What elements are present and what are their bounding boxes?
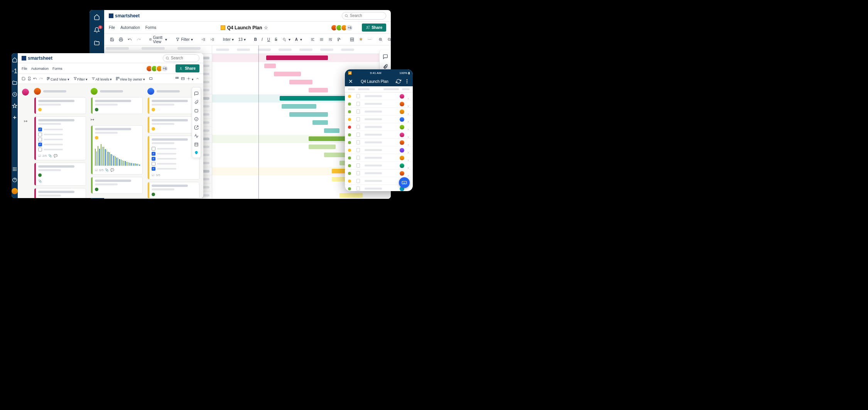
list-item[interactable] [345, 116, 413, 123]
card-item[interactable]: ✓ ✓ ☑2/5📎💬 [34, 116, 86, 160]
italic-icon[interactable]: I [260, 37, 264, 42]
apps-icon[interactable] [12, 166, 17, 172]
gantt-bar[interactable] [309, 88, 328, 92]
search-input[interactable] [342, 12, 386, 20]
keyboard-fab[interactable] [399, 177, 410, 188]
expand-icon[interactable]: ↦ [91, 117, 143, 122]
format-icon[interactable] [336, 37, 343, 42]
indent-icon[interactable] [209, 37, 216, 42]
filter-button[interactable]: Filter ▾ [73, 77, 88, 81]
summary-icon[interactable] [194, 141, 199, 146]
filter-button[interactable]: Filter ▾ [174, 37, 194, 42]
search-input[interactable] [163, 54, 199, 62]
gantt-bar[interactable] [266, 55, 328, 60]
close-icon[interactable] [348, 79, 353, 84]
mobile-rows[interactable] [345, 92, 413, 191]
checkbox[interactable] [38, 148, 42, 151]
zoom-in-icon[interactable] [377, 37, 384, 42]
card-item[interactable] [34, 188, 86, 198]
gantt-bar[interactable] [264, 64, 276, 68]
redo-icon[interactable] [135, 37, 142, 42]
collaborator-avatars[interactable]: +6 [333, 24, 353, 31]
more-icon[interactable]: ⋯ [366, 37, 373, 42]
more-avatars[interactable]: +6 [346, 24, 353, 31]
star-icon[interactable] [12, 103, 17, 109]
print-icon[interactable] [118, 37, 124, 42]
activity-icon[interactable] [194, 133, 199, 138]
publish-icon[interactable] [194, 124, 199, 129]
align-vertical-icon[interactable] [318, 37, 325, 42]
strike-icon[interactable]: S [274, 37, 279, 42]
gantt-bar[interactable] [324, 128, 339, 133]
card-item[interactable] [34, 97, 86, 114]
text-color-icon[interactable]: A ▾ [294, 37, 303, 42]
card-item[interactable] [91, 97, 143, 114]
viewby-select[interactable]: View by owner ▾ [116, 77, 145, 81]
wrap-icon[interactable] [327, 37, 334, 42]
borders-icon[interactable] [349, 37, 355, 42]
gantt-bar[interactable] [274, 72, 301, 76]
checkbox[interactable] [38, 138, 42, 141]
checkbox[interactable]: ✓ [152, 167, 155, 171]
undo-icon[interactable] [127, 37, 133, 42]
folder-icon[interactable] [94, 40, 100, 46]
folder-icon[interactable] [12, 80, 17, 86]
list-item[interactable] [345, 154, 413, 162]
menu-file[interactable]: File [22, 67, 27, 71]
card-item[interactable]: ☑0/5📎💬 [91, 125, 143, 175]
zoom-out-icon[interactable] [386, 37, 391, 42]
font-family-select[interactable]: Inter ▾ [222, 37, 235, 42]
tip-icon[interactable] [194, 150, 199, 155]
requests-icon[interactable] [194, 116, 199, 121]
gear-icon[interactable]: ▾ [187, 77, 194, 81]
bell-icon[interactable]: 3 [94, 27, 100, 33]
fields-icon[interactable] [181, 77, 185, 81]
card-item[interactable] [91, 177, 143, 194]
view-switcher[interactable]: Card View ▾ [47, 77, 69, 81]
card-item[interactable]: 📎 [34, 163, 86, 186]
highlight-icon[interactable] [358, 37, 364, 42]
bold-icon[interactable]: B [253, 37, 258, 42]
checkbox[interactable] [38, 133, 42, 136]
list-item[interactable] [345, 170, 413, 177]
levels-select[interactable]: All levels ▾ [91, 77, 112, 81]
checkbox[interactable] [152, 162, 155, 166]
home-icon[interactable] [94, 14, 100, 20]
save-icon[interactable] [109, 37, 115, 42]
underline-icon[interactable]: U [266, 37, 271, 42]
print-icon[interactable] [27, 77, 31, 81]
gantt-bar[interactable] [309, 145, 336, 149]
redo-icon[interactable] [39, 77, 43, 81]
card-lanes[interactable]: ↦ ✓ ✓ ☑2/5📎💬 📎 [18, 84, 203, 198]
expand-icon[interactable]: ↦ [24, 119, 27, 124]
undo-icon[interactable] [33, 77, 37, 81]
proofs-icon[interactable] [194, 108, 199, 112]
gantt-bar[interactable] [339, 193, 363, 198]
compact-icon[interactable] [149, 77, 153, 81]
plus-icon[interactable] [12, 115, 17, 120]
share-button[interactable]: Share [176, 64, 199, 72]
align-left-icon[interactable] [309, 37, 316, 42]
comments-icon[interactable] [383, 54, 388, 59]
clock-icon[interactable] [12, 92, 17, 97]
list-item[interactable] [345, 92, 413, 100]
gantt-bar[interactable] [282, 104, 316, 109]
list-item[interactable] [345, 108, 413, 116]
refresh-icon[interactable] [396, 79, 401, 84]
share-button[interactable]: Share [362, 24, 386, 32]
gantt-bar[interactable] [289, 80, 312, 84]
attachments-icon[interactable] [194, 99, 199, 104]
font-size-select[interactable]: 13 ▾ [237, 37, 247, 42]
home-icon[interactable] [12, 57, 17, 62]
outdent-icon[interactable] [200, 37, 207, 42]
collapse-icon[interactable] [196, 77, 199, 81]
menu-forms[interactable]: Forms [145, 25, 156, 30]
comments-icon[interactable] [194, 91, 199, 95]
user-avatar[interactable] [12, 188, 18, 194]
checkbox[interactable]: ✓ [38, 143, 42, 146]
card-layout-icon[interactable] [175, 77, 179, 81]
view-switcher[interactable]: Gantt View ▾ [148, 35, 168, 45]
gantt-bar[interactable] [312, 120, 328, 125]
menu-forms[interactable]: Forms [52, 67, 62, 71]
checkbox[interactable]: ✓ [152, 157, 155, 161]
